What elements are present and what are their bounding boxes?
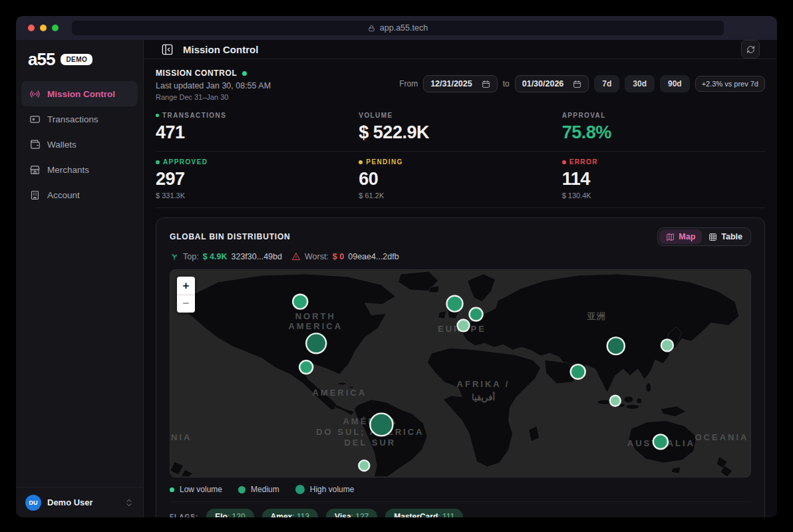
wallet-icon [29, 139, 41, 150]
range-30d-button[interactable]: 30d [625, 75, 655, 92]
flag-badge-mastercard: MasterCard: 111 [385, 509, 463, 517]
date-from-value: 12/31/2025 [430, 79, 472, 88]
sidebar-item-label: Wallets [47, 140, 77, 150]
range-90d-button[interactable]: 90d [660, 75, 690, 92]
transactions-value: 471 [156, 122, 359, 143]
page-header: Mission Control [144, 40, 777, 59]
window-controls [28, 25, 59, 31]
zoom-out-button[interactable]: − [177, 295, 195, 313]
stat-pending: PENDING 60 $ 61.2K [359, 158, 561, 200]
status-dot [242, 71, 247, 76]
sprout-icon [170, 252, 179, 261]
browser-titlebar: app.a55.tech [16, 16, 777, 40]
refresh-icon [746, 45, 755, 54]
last-updated-text: Last updated Jan 30, 08:55 AM [156, 81, 271, 90]
app-logo: a55 [28, 51, 55, 68]
sidebar-item-wallets[interactable]: Wallets [21, 132, 138, 157]
calendar-icon [573, 80, 581, 88]
top-label: Top: [183, 252, 199, 261]
pending-dot [359, 160, 363, 164]
from-label: From [399, 79, 418, 88]
volume-value: $ 522.9K [359, 122, 561, 143]
sidebar-item-label: Mission Control [47, 89, 115, 99]
sidebar-item-transactions[interactable]: Transactions [21, 106, 138, 132]
to-label: to [503, 79, 510, 88]
map-bubble[interactable] [571, 364, 585, 379]
alert-triangle-icon [291, 252, 301, 261]
overview-block: MISSION CONTROL Last updated Jan 30, 08:… [156, 68, 271, 101]
page-title: Mission Control [183, 44, 258, 55]
legend-low-label: Low volume [180, 485, 222, 494]
svg-text:AMERICA: AMERICA [312, 388, 367, 398]
panel-left-collapse-icon[interactable] [161, 43, 174, 56]
svg-text:OCEANIA: OCEANIA [170, 432, 192, 442]
map-bubble[interactable] [653, 434, 668, 449]
map-bubble[interactable] [661, 339, 673, 351]
map-bubble[interactable] [470, 308, 483, 321]
map-table-toggle: Map Table [657, 227, 751, 246]
range-7d-button[interactable]: 7d [594, 75, 619, 92]
user-menu[interactable]: DU Demo User [16, 487, 143, 517]
sidebar-item-account[interactable]: Account [21, 182, 138, 207]
map-bubble[interactable] [299, 360, 313, 374]
approved-sub: $ 331.3K [156, 192, 359, 200]
approval-value: 75.8% [562, 122, 765, 143]
zoom-in-button[interactable]: + [177, 277, 195, 295]
top-worst-row: Top: $ 4.9K 323f30...49bd Worst: $ 0 09e… [170, 252, 751, 261]
world-map[interactable]: NORTH AMERICA AMERICA EUROPE 亚洲 AFRIKA /… [170, 269, 751, 477]
credit-card-icon [29, 114, 41, 125]
date-to-input[interactable]: 01/30/2026 [515, 75, 589, 92]
table-view-button[interactable]: Table [702, 229, 749, 244]
map-bubble[interactable] [293, 295, 307, 309]
map-bubble[interactable] [610, 396, 621, 406]
map-bubble[interactable] [446, 296, 462, 312]
browser-window: app.a55.tech a55 DEMO Mission Control Tr… [16, 16, 777, 517]
map-icon [666, 233, 675, 241]
worst-label: Worst: [305, 252, 329, 261]
worst-value: $ 0 [333, 252, 344, 261]
sidebar-item-label: Account [47, 190, 80, 200]
table-icon [709, 233, 717, 241]
map-bubble[interactable] [457, 320, 469, 332]
date-controls: From 12/31/2025 to 01/30/2026 7d 30d 90d [399, 75, 765, 92]
high-volume-dot [295, 485, 305, 494]
map-zoom-control: + − [177, 277, 195, 313]
close-window-button[interactable] [28, 25, 35, 31]
low-volume-dot [170, 487, 174, 492]
date-from-input[interactable]: 12/31/2025 [423, 75, 498, 92]
minimize-window-button[interactable] [40, 25, 47, 31]
map-bubble[interactable] [370, 414, 393, 436]
sidebar-item-merchants[interactable]: Merchants [21, 157, 138, 182]
legend-high-label: High volume [310, 485, 355, 494]
refresh-button[interactable] [741, 40, 760, 59]
stat-transactions: TRANSACTIONS 471 [156, 112, 359, 143]
svg-text:亚洲: 亚洲 [587, 311, 606, 321]
map-legend: Low volume Medium High volume [170, 485, 751, 494]
global-bin-distribution-card: GLOBAL BIN DISTRIBUTION Map Table [156, 217, 765, 517]
pending-sub: $ 61.2K [359, 192, 561, 200]
maximize-window-button[interactable] [52, 25, 59, 31]
approved-value: 297 [156, 169, 359, 190]
world-map-svg: NORTH AMERICA AMERICA EUROPE 亚洲 AFRIKA /… [170, 270, 750, 477]
svg-text:DEL SUR: DEL SUR [344, 438, 396, 448]
svg-text:أفريقيا: أفريقيا [472, 391, 495, 403]
sidebar-item-label: Merchants [47, 165, 89, 175]
address-bar[interactable]: app.a55.tech [72, 21, 724, 35]
map-view-button[interactable]: Map [659, 229, 702, 244]
svg-text:AMERICA: AMERICA [288, 321, 343, 331]
pending-value: 60 [359, 169, 561, 190]
chevrons-up-down-icon [124, 498, 134, 507]
map-bubble[interactable] [306, 333, 326, 353]
overview-title: MISSION CONTROL [156, 68, 237, 78]
svg-text:OCEANIA: OCEANIA [695, 432, 748, 442]
map-bubble[interactable] [359, 460, 369, 471]
transactions-dot [156, 114, 159, 117]
top-value: $ 4.9K [203, 252, 228, 261]
medium-volume-dot [238, 486, 245, 493]
map-bubble[interactable] [607, 337, 625, 354]
main-content: Mission Control MISSION CONTROL Last upd… [144, 40, 777, 517]
svg-text:AFRIKA /: AFRIKA / [457, 379, 510, 389]
comparison-badge: +2.3% vs prev 7d [695, 76, 765, 92]
stat-approved: APPROVED 297 $ 331.3K [156, 158, 359, 200]
sidebar-item-mission-control[interactable]: Mission Control [21, 81, 138, 106]
